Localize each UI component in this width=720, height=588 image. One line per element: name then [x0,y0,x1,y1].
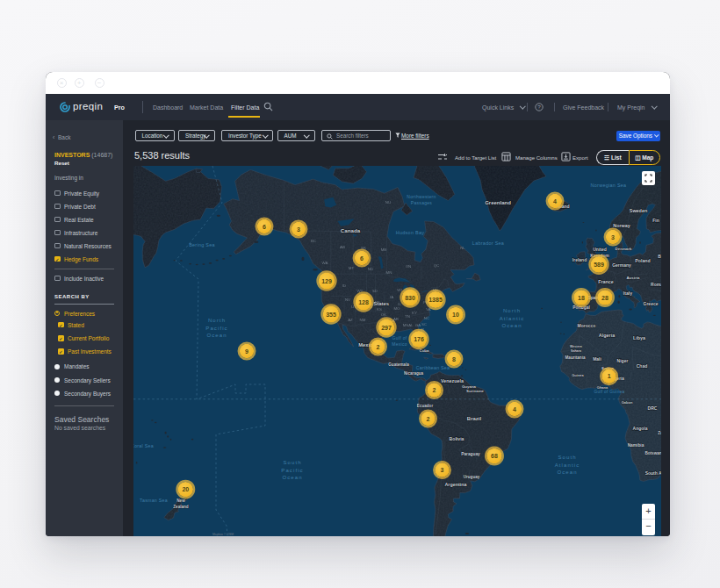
svg-text:ON: ON [406,264,412,269]
svg-text:Mauritania: Mauritania [565,355,586,360]
svg-text:South Af: South Af [645,470,661,476]
svg-text:WI: WI [397,288,401,292]
svg-text:QC: QC [434,263,440,268]
svg-text:1385: 1385 [428,297,443,303]
svg-text:AB: AB [340,245,345,249]
svg-text:Canada: Canada [341,227,361,233]
svg-text:DRC: DRC [648,405,658,411]
svg-text:Chad: Chad [637,363,648,369]
svg-text:Norwegian Sea: Norwegian Sea [591,183,627,188]
svg-text:Sweden: Sweden [630,208,647,213]
svg-text:Hudson Bay: Hudson Bay [396,230,424,235]
svg-text:ID: ID [342,283,346,288]
svg-text:TN: TN [405,314,410,319]
svg-text:68: 68 [491,453,498,459]
svg-text:Western: Western [570,345,582,348]
svg-text:Labrador Sea: Labrador Sea [472,240,504,246]
svg-text:830: 830 [405,295,415,301]
svg-text:4: 4 [513,406,516,412]
svg-text:Coral Sea: Coral Sea [133,443,154,448]
svg-text:128: 128 [358,299,369,305]
svg-text:SC: SC [421,322,427,326]
svg-text:ND: ND [368,267,373,271]
svg-text:MS: MS [403,323,409,327]
svg-text:Paraguay: Paraguay [461,452,480,456]
svg-text:Ecuador: Ecuador [417,404,434,408]
svg-text:Denmark: Denmark [616,247,632,251]
svg-text:Algeria: Algeria [599,333,616,338]
svg-text:297: 297 [381,325,392,331]
svg-text:Mali: Mali [593,356,601,362]
svg-text:Namibia: Namibia [628,443,644,448]
svg-text:KS: KS [377,307,382,312]
svg-text:Uruguay: Uruguay [464,475,480,479]
svg-text:1: 1 [608,373,611,379]
svg-text:Argentina: Argentina [444,482,467,487]
svg-text:NU: NU [385,200,391,204]
svg-text:Morocco: Morocco [578,323,596,328]
svg-text:2: 2 [427,416,430,422]
svg-text:3: 3 [441,467,444,473]
svg-text:Angola: Angola [633,426,648,431]
svg-text:Austria: Austria [626,276,640,280]
svg-text:AL: AL [408,323,414,327]
svg-text:Gulf ofMexico: Gulf ofMexico [392,335,407,347]
svg-text:SouthPacificOcean: SouthPacificOcean [281,460,303,480]
svg-text:MN: MN [386,270,392,275]
svg-text:Caribbean Sea: Caribbean Sea [416,365,450,370]
svg-text:176: 176 [414,336,424,342]
svg-text:NL: NL [460,246,465,250]
svg-text:2: 2 [377,344,380,350]
svg-text:3: 3 [611,234,615,240]
svg-text:Ireland: Ireland [572,257,587,262]
svg-text:IA: IA [390,295,393,299]
svg-text:Zealand: Zealand [173,505,189,509]
svg-text:2: 2 [433,387,436,393]
svg-text:NV: NV [345,298,350,302]
svg-text:NC: NC [424,316,429,320]
svg-text:NorthwesternPassages: NorthwesternPassages [407,194,436,205]
svg-text:B: B [658,254,661,259]
svg-text:Italy: Italy [623,290,632,296]
svg-text:Tasman Sea: Tasman Sea [140,498,168,503]
svg-text:Bering Sea: Bering Sea [189,242,215,247]
svg-text:Ghana: Ghana [597,385,608,390]
svg-text:Guinea: Guinea [572,373,584,377]
svg-text:Greece: Greece [644,301,659,306]
svg-text:NorthAtlanticOcean: NorthAtlanticOcean [500,308,524,328]
svg-text:6: 6 [360,255,364,262]
svg-text:New: New [176,498,185,503]
svg-text:Libya: Libya [633,335,646,341]
svg-text:United: United [593,247,607,252]
svg-text:BC: BC [311,239,316,243]
svg-text:NE: NE [375,300,380,305]
svg-text:Poland: Poland [635,258,650,263]
svg-text:589: 589 [594,262,604,268]
svg-text:Sahara: Sahara [571,349,582,353]
svg-text:Niger: Niger [617,358,629,363]
svg-text:OK: OK [381,312,386,317]
svg-text:Botswan: Botswan [644,451,661,455]
svg-text:SD: SD [372,289,378,293]
svg-text:Greenland: Greenland [485,200,511,205]
svg-text:NorthPacificOcean: NorthPacificOcean [205,318,227,338]
svg-text:Mapbox © OSM: Mapbox © OSM [212,533,234,536]
svg-text:Gulf of Guinea: Gulf of Guinea [594,390,624,394]
svg-text:18: 18 [578,295,585,301]
svg-text:Fin: Fin [652,218,659,223]
svg-text:4: 4 [553,198,557,204]
svg-text:WA: WA [322,261,328,265]
svg-text:Guatemala: Guatemala [388,362,409,367]
svg-text:France: France [598,279,614,284]
svg-text:MB: MB [381,247,387,252]
svg-text:Za: Za [658,431,661,435]
svg-text:Brazil: Brazil [467,416,482,421]
svg-text:MT: MT [349,266,355,270]
svg-text:?: ? [537,104,541,110]
svg-text:20: 20 [182,486,189,492]
svg-text:Nicaragua: Nicaragua [404,371,424,376]
svg-text:GA: GA [415,323,421,327]
svg-text:AR: AR [393,317,399,321]
svg-text:NM: NM [360,318,366,322]
svg-text:28: 28 [601,295,608,301]
